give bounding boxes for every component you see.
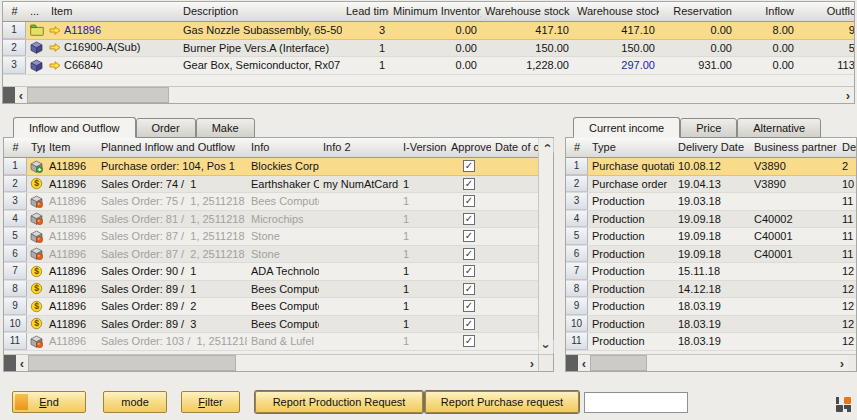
income-row[interactable]: 11Production18.03.1912 (566, 333, 856, 351)
approved-checkbox[interactable]: ✓ (463, 195, 475, 207)
left-hscroll-thumb[interactable] (28, 355, 236, 371)
planned-row[interactable]: 10$A11896Sales Order: 89 / 3Bees Compute… (4, 316, 538, 334)
approved-checkbox[interactable]: ✓ (463, 248, 475, 260)
item-type-cell (26, 22, 47, 39)
column-header-info: Info (247, 138, 319, 157)
items-grid-hscrollbar[interactable]: ‹› (3, 86, 854, 103)
left-hscroll-left-arrow-icon[interactable]: ‹ (16, 355, 28, 371)
income-row[interactable]: 1Purchase quotatio10.08.12V38902 (566, 158, 856, 176)
income-row[interactable]: 3Production19.03.1811 (566, 193, 856, 211)
income-grid-hscrollbar[interactable]: ‹› (566, 354, 856, 371)
top-hscroll-thumb[interactable] (27, 87, 169, 103)
planned-inflow-outflow-cell: Sales Order: 87 / 1, 2511218 (97, 228, 247, 245)
income-row[interactable]: 5Production19.09.18C4000111 (566, 228, 856, 246)
sales-order-icon: $ (30, 300, 43, 313)
planned-row[interactable]: 2$A11896Sales Order: 74 / 1Earthshaker C… (4, 176, 538, 194)
form-mode-grip-icon[interactable] (836, 397, 851, 412)
left-hscroll-right-arrow-icon[interactable]: › (526, 355, 538, 371)
planned-row[interactable]: 4A11896Sales Order: 81 / 1, 2511218Micro… (4, 211, 538, 229)
income-row[interactable]: 4Production19.09.18C4000211 (566, 211, 856, 229)
filter-button[interactable]: Filter (181, 391, 240, 413)
left-vscroll-up-arrow-icon[interactable]: › (539, 139, 554, 153)
delivery-date-cell: 18.03.19 (674, 316, 750, 333)
right-hscroll-thumb[interactable] (590, 355, 647, 371)
item-row[interactable]: 1A11896Gas Nozzle Subassembly, 65-502543… (3, 22, 854, 40)
type-icon-cell (27, 211, 45, 228)
tab-order[interactable]: Order (136, 118, 196, 138)
delivery-date-cell: 15.11.18 (674, 263, 750, 280)
i-version-cell: 1 (399, 316, 447, 333)
link-arrow-icon[interactable] (49, 60, 61, 71)
end-button[interactable]: End (12, 391, 86, 413)
planned-row[interactable]: 11A11896Sales Order: 103 / 1, 2511218Ban… (4, 333, 538, 351)
approved-checkbox[interactable]: ✓ (463, 178, 475, 190)
outflow-cube-icon (30, 195, 43, 208)
income-row[interactable]: 10Production18.03.1912 (566, 316, 856, 334)
tab-price[interactable]: Price (680, 118, 737, 138)
type-icon-cell (27, 228, 45, 245)
planned-row[interactable]: 1A11896Purchase order: 104, Pos 1Blockie… (4, 158, 538, 176)
approved-checkbox[interactable]: ✓ (463, 265, 475, 277)
approved-checkbox[interactable]: ✓ (463, 318, 475, 330)
mode-button[interactable]: mode (103, 391, 167, 413)
planned-row[interactable]: 8$A11896Sales Order: 89 / 1Bees Computer… (4, 281, 538, 299)
tab-alternative[interactable]: Alternative (737, 118, 821, 138)
approved-checkbox[interactable]: ✓ (463, 335, 475, 347)
left-vscroll-down-arrow-icon[interactable]: › (539, 340, 554, 354)
column-header-info-2: Info 2 (319, 138, 399, 157)
report-production-request-button[interactable]: Report Production Request (255, 391, 423, 413)
warehouse-stock-cell: 1,228.00 (481, 57, 573, 74)
footer-input[interactable] (584, 392, 688, 413)
planned-inflow-outflow-cell: Sales Order: 103 / 1, 2511218 (97, 333, 247, 350)
description-cell: Gear Box, Semiconductor, Rx07 (179, 57, 342, 74)
type-cell: Purchase quotatio (588, 158, 674, 175)
column-header-date-of-or: Date of or (491, 138, 538, 157)
inflow-grid-vscrollbar[interactable]: ›› (538, 138, 553, 371)
i-version-cell: 1 (399, 228, 447, 245)
inflow-grid-hscrollbar[interactable]: ‹› (4, 354, 538, 371)
info-cell: ADA Technologi (247, 263, 319, 280)
row-number: 8 (4, 281, 27, 298)
planned-row[interactable]: 5A11896Sales Order: 87 / 1, 2511218Stone… (4, 228, 538, 246)
tab-make[interactable]: Make (196, 118, 255, 138)
right-hscroll-right-arrow-icon[interactable]: › (836, 355, 848, 371)
income-row[interactable]: 7Production15.11.1812 (566, 263, 856, 281)
approved-checkbox[interactable]: ✓ (463, 213, 475, 225)
i-version-cell: 1 (399, 281, 447, 298)
approved-checkbox[interactable]: ✓ (463, 300, 475, 312)
planned-row[interactable]: 9$A11896Sales Order: 89 / 2Bees Computer… (4, 298, 538, 316)
planned-row[interactable]: 6A11896Sales Order: 87 / 2, 2511218Stone… (4, 246, 538, 264)
top-hscroll-right-arrow-icon[interactable]: › (842, 87, 854, 103)
item-cell: A11896 (45, 193, 97, 210)
minimum-inventory-cell: 0.00 (389, 57, 481, 74)
sales-order-icon: $ (30, 317, 43, 330)
column-header-i-version: I-Version (399, 138, 447, 157)
link-arrow-icon[interactable] (49, 25, 61, 36)
planned-inflow-outflow-cell: Sales Order: 74 / 1 (97, 176, 247, 193)
approved-checkbox[interactable]: ✓ (463, 283, 475, 295)
report-purchase-request-button[interactable]: Report Purchase request (425, 391, 579, 413)
item-row[interactable]: 3C66840Gear Box, Semiconductor, Rx0710.0… (3, 57, 854, 75)
svg-text:$: $ (34, 319, 39, 329)
top-hscroll-left-arrow-icon[interactable]: ‹ (15, 87, 27, 103)
approved-checkbox[interactable]: ✓ (463, 160, 475, 172)
link-arrow-icon[interactable] (49, 42, 61, 53)
income-row[interactable]: 2Purchase order19.04.13V389010 (566, 176, 856, 194)
row-number: 6 (566, 246, 588, 263)
tab-current-income[interactable]: Current income (573, 117, 680, 138)
planned-row[interactable]: 7$A11896Sales Order: 90 / 1ADA Technolog… (4, 263, 538, 281)
type-icon-cell (27, 333, 45, 350)
approved-checkbox[interactable]: ✓ (463, 230, 475, 242)
right-hscroll-left-arrow-icon[interactable]: ‹ (578, 355, 590, 371)
date-of-order-cell (491, 211, 538, 228)
lead-time-cell: 3 (342, 22, 389, 39)
item-row[interactable]: 2C16900-A(Sub)Burner Pipe Vers.A (Interf… (3, 40, 854, 58)
income-row[interactable]: 9Production18.03.1912 (566, 298, 856, 316)
planned-row[interactable]: 3A11896Sales Order: 75 / 1, 2511218Bees … (4, 193, 538, 211)
approved-cell: ✓ (447, 211, 491, 228)
column-header-de: De (838, 138, 856, 157)
tab-inflow-and-outflow[interactable]: Inflow and Outflow (13, 117, 136, 138)
row-number: 6 (4, 246, 27, 263)
income-row[interactable]: 6Production19.09.18C4000111 (566, 246, 856, 264)
income-row[interactable]: 8Production14.12.1812 (566, 281, 856, 299)
